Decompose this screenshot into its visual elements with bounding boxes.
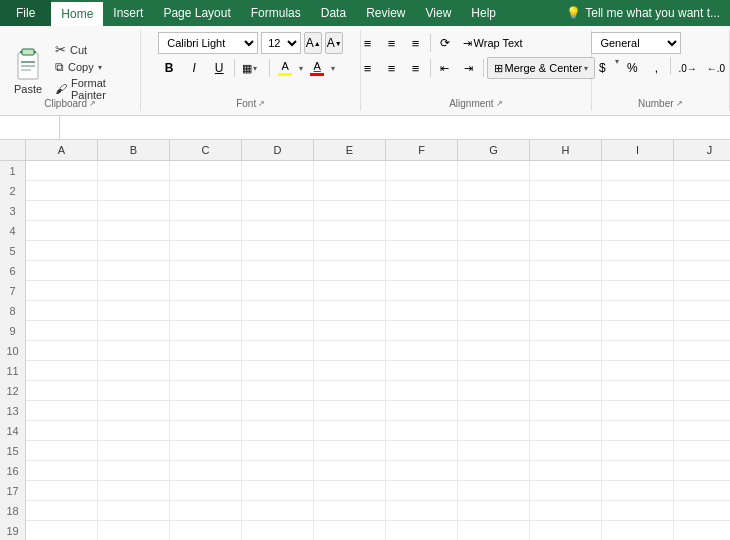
cell-J15[interactable] bbox=[674, 441, 730, 461]
cell-H15[interactable] bbox=[530, 441, 602, 461]
cell-I4[interactable] bbox=[602, 221, 674, 241]
cell-A3[interactable] bbox=[26, 201, 98, 221]
cell-E7[interactable] bbox=[314, 281, 386, 301]
cell-F6[interactable] bbox=[386, 261, 458, 281]
cell-I1[interactable] bbox=[602, 161, 674, 181]
cell-F19[interactable] bbox=[386, 521, 458, 540]
font-color-dropdown[interactable]: ▾ bbox=[331, 64, 335, 73]
cell-D1[interactable] bbox=[242, 161, 314, 181]
cell-E19[interactable] bbox=[314, 521, 386, 540]
col-header-a[interactable]: A bbox=[26, 140, 98, 160]
cell-A10[interactable] bbox=[26, 341, 98, 361]
align-bottom-button[interactable]: ≡ bbox=[405, 32, 427, 54]
cell-H9[interactable] bbox=[530, 321, 602, 341]
cell-G17[interactable] bbox=[458, 481, 530, 501]
cell-G19[interactable] bbox=[458, 521, 530, 540]
cell-J17[interactable] bbox=[674, 481, 730, 501]
cell-E13[interactable] bbox=[314, 401, 386, 421]
align-middle-button[interactable]: ≡ bbox=[381, 32, 403, 54]
fill-color-dropdown[interactable]: ▾ bbox=[299, 64, 303, 73]
menu-view[interactable]: View bbox=[416, 0, 462, 26]
cell-I10[interactable] bbox=[602, 341, 674, 361]
decrease-decimal-button[interactable]: ←.0 bbox=[703, 57, 729, 79]
cell-G11[interactable] bbox=[458, 361, 530, 381]
cell-J10[interactable] bbox=[674, 341, 730, 361]
cell-A7[interactable] bbox=[26, 281, 98, 301]
cell-J11[interactable] bbox=[674, 361, 730, 381]
cell-B3[interactable] bbox=[98, 201, 170, 221]
col-header-h[interactable]: H bbox=[530, 140, 602, 160]
cell-B9[interactable] bbox=[98, 321, 170, 341]
cell-B18[interactable] bbox=[98, 501, 170, 521]
currency-button[interactable]: $ bbox=[591, 57, 613, 79]
cell-G6[interactable] bbox=[458, 261, 530, 281]
cell-D18[interactable] bbox=[242, 501, 314, 521]
cell-D11[interactable] bbox=[242, 361, 314, 381]
cell-J13[interactable] bbox=[674, 401, 730, 421]
cell-D16[interactable] bbox=[242, 461, 314, 481]
cell-J2[interactable] bbox=[674, 181, 730, 201]
cell-H4[interactable] bbox=[530, 221, 602, 241]
number-expand-icon[interactable]: ↗ bbox=[676, 99, 683, 108]
cell-B19[interactable] bbox=[98, 521, 170, 540]
cell-G14[interactable] bbox=[458, 421, 530, 441]
formula-input[interactable] bbox=[60, 122, 730, 134]
copy-button[interactable]: ⧉ Copy ▾ bbox=[52, 59, 134, 75]
bold-button[interactable]: B bbox=[158, 57, 180, 79]
cell-B8[interactable] bbox=[98, 301, 170, 321]
col-header-j[interactable]: J bbox=[674, 140, 730, 160]
cell-J1[interactable] bbox=[674, 161, 730, 181]
cell-F3[interactable] bbox=[386, 201, 458, 221]
menu-page-layout[interactable]: Page Layout bbox=[153, 0, 240, 26]
tell-me-box[interactable]: 💡 Tell me what you want t... bbox=[556, 0, 730, 26]
menu-formulas[interactable]: Formulas bbox=[241, 0, 311, 26]
cell-F1[interactable] bbox=[386, 161, 458, 181]
currency-dropdown[interactable]: ▾ bbox=[615, 57, 619, 79]
cell-F11[interactable] bbox=[386, 361, 458, 381]
cell-E11[interactable] bbox=[314, 361, 386, 381]
cell-F5[interactable] bbox=[386, 241, 458, 261]
cell-I5[interactable] bbox=[602, 241, 674, 261]
cell-D10[interactable] bbox=[242, 341, 314, 361]
cell-F13[interactable] bbox=[386, 401, 458, 421]
comma-button[interactable]: , bbox=[645, 57, 667, 79]
cell-G9[interactable] bbox=[458, 321, 530, 341]
cell-E9[interactable] bbox=[314, 321, 386, 341]
cell-J19[interactable] bbox=[674, 521, 730, 540]
cell-E6[interactable] bbox=[314, 261, 386, 281]
cell-B14[interactable] bbox=[98, 421, 170, 441]
cell-H5[interactable] bbox=[530, 241, 602, 261]
increase-indent-button[interactable]: ⇥ bbox=[458, 57, 480, 79]
menu-data[interactable]: Data bbox=[311, 0, 356, 26]
cell-G5[interactable] bbox=[458, 241, 530, 261]
align-right-button[interactable]: ≡ bbox=[405, 57, 427, 79]
cell-C3[interactable] bbox=[170, 201, 242, 221]
cell-C1[interactable] bbox=[170, 161, 242, 181]
cell-F9[interactable] bbox=[386, 321, 458, 341]
cell-J8[interactable] bbox=[674, 301, 730, 321]
cell-E16[interactable] bbox=[314, 461, 386, 481]
cell-F14[interactable] bbox=[386, 421, 458, 441]
cell-C19[interactable] bbox=[170, 521, 242, 540]
cell-B7[interactable] bbox=[98, 281, 170, 301]
cell-E15[interactable] bbox=[314, 441, 386, 461]
cell-G2[interactable] bbox=[458, 181, 530, 201]
cell-D14[interactable] bbox=[242, 421, 314, 441]
merge-center-button[interactable]: ⊞ Merge & Center ▾ bbox=[487, 57, 596, 79]
cell-G8[interactable] bbox=[458, 301, 530, 321]
decrease-font-button[interactable]: A▼ bbox=[325, 32, 343, 54]
cell-A17[interactable] bbox=[26, 481, 98, 501]
cell-A14[interactable] bbox=[26, 421, 98, 441]
cell-J18[interactable] bbox=[674, 501, 730, 521]
cell-F10[interactable] bbox=[386, 341, 458, 361]
cell-J4[interactable] bbox=[674, 221, 730, 241]
cell-E8[interactable] bbox=[314, 301, 386, 321]
cell-B16[interactable] bbox=[98, 461, 170, 481]
cell-A5[interactable] bbox=[26, 241, 98, 261]
cell-D7[interactable] bbox=[242, 281, 314, 301]
cell-C5[interactable] bbox=[170, 241, 242, 261]
cell-G12[interactable] bbox=[458, 381, 530, 401]
increase-font-button[interactable]: A▲ bbox=[304, 32, 322, 54]
font-expand-icon[interactable]: ↗ bbox=[258, 99, 265, 108]
cell-B1[interactable] bbox=[98, 161, 170, 181]
